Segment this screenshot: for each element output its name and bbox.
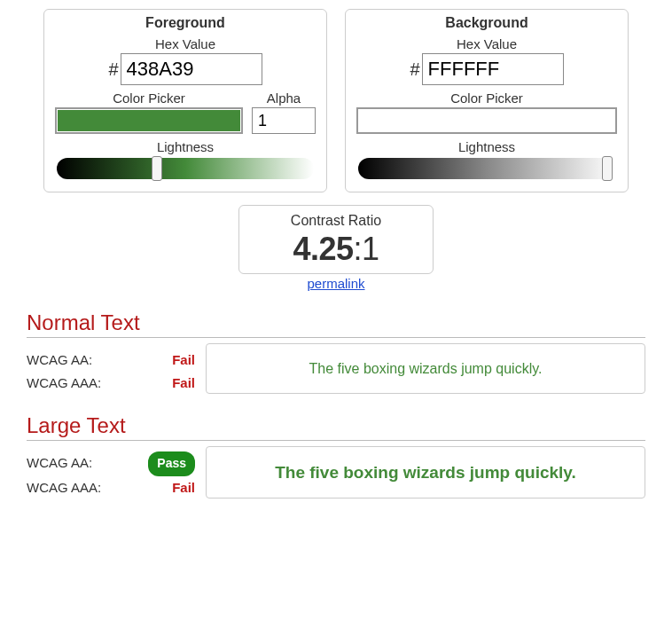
fg-picker-label: Color Picker bbox=[55, 90, 243, 106]
normal-aaa-label: WCAG AAA: bbox=[27, 372, 101, 395]
contrast-ratio-box: Contrast Ratio 4.25:1 bbox=[238, 205, 434, 274]
large-sample-box: The five boxing wizards jump quickly. bbox=[206, 446, 645, 498]
fg-alpha-input[interactable] bbox=[252, 107, 316, 134]
large-aaa-result: Fail bbox=[172, 476, 195, 499]
bg-picker-label: Color Picker bbox=[356, 90, 617, 106]
large-aa-result: Pass bbox=[148, 451, 195, 476]
fg-alpha-label: Alpha bbox=[252, 90, 316, 106]
normal-text-heading: Normal Text bbox=[27, 310, 645, 338]
large-aa-label: WCAG AA: bbox=[27, 451, 92, 476]
ratio-value: 4.25:1 bbox=[248, 231, 424, 268]
normal-sample-text: The five boxing wizards jump quickly. bbox=[309, 361, 543, 377]
normal-sample-box: The five boxing wizards jump quickly. bbox=[206, 343, 645, 394]
background-panel: Background Hex Value # Color Picker Ligh… bbox=[345, 9, 629, 192]
foreground-title: Foreground bbox=[55, 15, 316, 31]
permalink-link[interactable]: permalink bbox=[27, 276, 645, 291]
bg-hex-input[interactable] bbox=[422, 53, 564, 85]
ratio-title: Contrast Ratio bbox=[248, 213, 424, 229]
normal-results: WCAG AA: Fail WCAG AAA: Fail bbox=[27, 343, 195, 394]
fg-hex-label: Hex Value bbox=[55, 36, 316, 51]
bg-lightness-thumb[interactable] bbox=[602, 156, 613, 181]
fg-hex-input[interactable] bbox=[121, 53, 262, 85]
bg-hex-label: Hex Value bbox=[356, 36, 617, 51]
normal-aa-result: Fail bbox=[172, 349, 195, 372]
ratio-suffix: :1 bbox=[354, 231, 379, 267]
bg-color-picker[interactable] bbox=[356, 107, 617, 134]
fg-color-picker[interactable] bbox=[55, 107, 243, 134]
ratio-number: 4.25 bbox=[293, 231, 353, 267]
bg-lightness-label: Lightness bbox=[356, 139, 617, 154]
fg-lightness-slider[interactable] bbox=[57, 158, 314, 179]
large-results: WCAG AA: Pass WCAG AAA: Fail bbox=[27, 446, 195, 498]
fg-lightness-thumb[interactable] bbox=[152, 156, 162, 181]
large-sample-text: The five boxing wizards jump quickly. bbox=[275, 463, 576, 483]
large-text-heading: Large Text bbox=[27, 413, 645, 441]
normal-aa-label: WCAG AA: bbox=[27, 349, 92, 372]
hash-icon: # bbox=[108, 59, 118, 80]
foreground-panel: Foreground Hex Value # Color Picker Alph… bbox=[43, 9, 327, 192]
normal-aaa-result: Fail bbox=[172, 372, 195, 395]
bg-lightness-slider[interactable] bbox=[358, 158, 615, 179]
background-title: Background bbox=[356, 15, 617, 31]
hash-icon: # bbox=[410, 59, 419, 80]
fg-lightness-label: Lightness bbox=[55, 139, 316, 154]
large-aaa-label: WCAG AAA: bbox=[27, 476, 101, 499]
